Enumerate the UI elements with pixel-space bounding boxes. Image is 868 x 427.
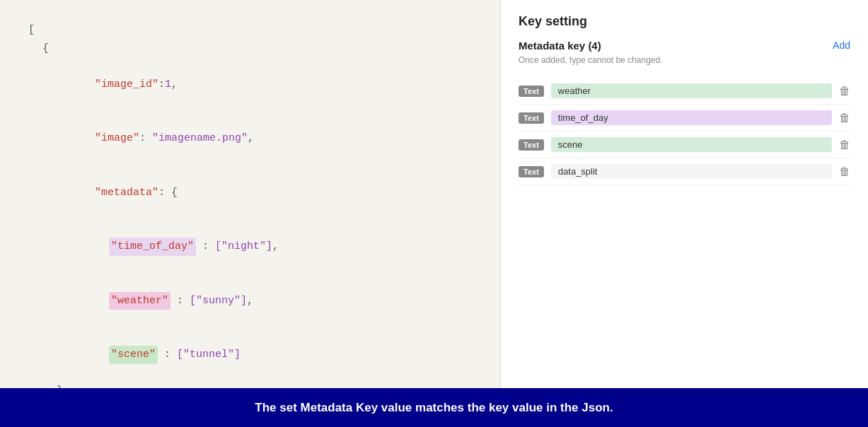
json-line-9: }, <box>28 382 472 388</box>
key-item-weather: Text weather 🗑 <box>519 78 850 105</box>
highlight-weather: "weather" <box>109 292 170 310</box>
key-item-time-of-day: Text time_of_day 🗑 <box>519 105 850 131</box>
metadata-key-subtitle: Once added, type cannot be changed. <box>519 55 850 65</box>
delete-scene-button[interactable]: 🗑 <box>839 139 850 151</box>
delete-weather-button[interactable]: 🗑 <box>839 85 850 98</box>
delete-time-of-day-button[interactable]: 🗑 <box>839 112 850 124</box>
key-setting-panel: Key setting Metadata key (4) Add Once ad… <box>500 0 868 388</box>
key-metadata: "metadata" <box>95 187 158 199</box>
key-tag-data-split: data_split <box>551 164 832 179</box>
bottom-banner: The set Metadata Key value matches the k… <box>0 388 868 427</box>
add-button[interactable]: Add <box>833 40 850 51</box>
metadata-key-label: Metadata key (4) <box>519 40 601 52</box>
json-line-4: "image": "imagename.png", <box>28 112 472 166</box>
badge-scene: Text <box>519 139 544 151</box>
key-item-scene: Text scene 🗑 <box>519 131 850 158</box>
key-item-data-split: Text data_split 🗑 <box>519 158 850 185</box>
badge-time-of-day: Text <box>519 112 544 124</box>
key-image-id: "image_id" <box>95 78 158 90</box>
metadata-key-header: Metadata key (4) Add <box>519 40 850 52</box>
json-line-5: "metadata": { <box>28 165 472 220</box>
badge-weather: Text <box>519 86 544 97</box>
banner-text: The set Metadata Key value matches the k… <box>255 401 613 415</box>
json-viewer: [ { "image_id":1, "image": "imagename.pn… <box>0 0 500 388</box>
key-tag-scene: scene <box>551 137 832 152</box>
delete-data-split-button[interactable]: 🗑 <box>839 165 850 178</box>
json-line-6: "time_of_day" : ["night"], <box>28 220 472 274</box>
key-tag-weather: weather <box>551 83 832 98</box>
key-setting-title: Key setting <box>519 14 850 29</box>
json-line-8: "scene" : ["tunnel"] <box>28 328 472 382</box>
badge-data-split: Text <box>519 166 544 177</box>
json-line-7: "weather" : ["sunny"], <box>28 274 472 328</box>
json-line-2: { <box>28 40 472 58</box>
key-image: "image" <box>95 132 139 144</box>
highlight-scene: "scene" <box>109 346 158 364</box>
highlight-time-of-day: "time_of_day" <box>109 238 196 256</box>
json-line-1: [ <box>28 21 472 40</box>
json-line-3: "image_id":1, <box>28 57 472 112</box>
key-tag-time-of-day: time_of_day <box>551 110 832 125</box>
